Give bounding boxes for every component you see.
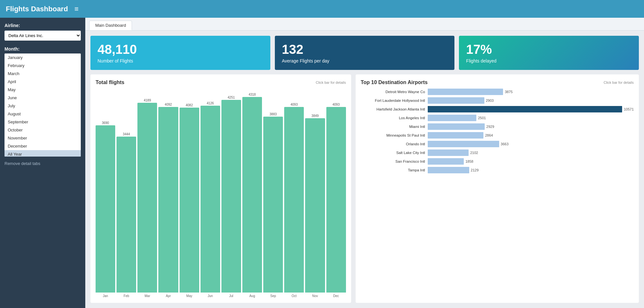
dashboard: 48,110 Number of Flights 132 Average Fli…	[85, 31, 644, 308]
bar-value: 4126	[207, 101, 214, 105]
bar-rect	[326, 107, 346, 293]
airport-label: Fort Lauderdale Hollywood Intl	[361, 99, 425, 102]
month-list[interactable]: JanuaryFebruaryMarchAprilMayJuneJulyAugu…	[5, 53, 81, 157]
airport-row[interactable]: Hartsfield Jackson Atlanta Intl 10571	[361, 106, 634, 112]
month-list-item[interactable]: November	[5, 134, 81, 142]
bar-col[interactable]: 3444	[117, 89, 136, 293]
month-list-item[interactable]: September	[5, 118, 81, 126]
airport-value: 2903	[486, 99, 494, 102]
month-list-item[interactable]: October	[5, 126, 81, 134]
month-list-item[interactable]: January	[5, 53, 81, 62]
total-flights-title: Total flights	[96, 80, 124, 85]
airport-value: 3663	[501, 142, 509, 146]
kpi-label-2: Flights delayed	[466, 58, 632, 63]
airport-row[interactable]: Salt Lake City Intl 2102	[361, 149, 634, 156]
airports-hint: Click bar for details	[603, 81, 634, 84]
airport-row[interactable]: Minneapolis St Paul Intl 2864	[361, 132, 634, 139]
bar-col[interactable]: 4093	[326, 89, 346, 293]
bar-value: 3883	[270, 112, 277, 116]
month-list-item[interactable]: March	[5, 70, 81, 78]
kpi-value-0: 48,110	[98, 42, 263, 56]
month-list-item[interactable]: February	[5, 62, 81, 70]
bar-labels: JanFebMarAprMayJunJulAugSepOctNovDec	[96, 294, 346, 298]
bar-value: 4251	[228, 96, 235, 99]
horiz-bar	[428, 115, 476, 121]
kpi-label-0: Number of Flights	[98, 58, 263, 63]
month-list-item[interactable]: All Year	[5, 150, 81, 157]
kpi-value-2: 17%	[466, 42, 632, 56]
month-list-container: JanuaryFebruaryMarchAprilMayJuneJulyAugu…	[5, 53, 81, 157]
bar-value: 3849	[312, 114, 319, 118]
horiz-chart: Detroit Metro Wayne Co 3875 Fort Lauderd…	[361, 89, 634, 298]
bar-rect	[137, 103, 157, 293]
bar-month-label: Mar	[137, 294, 157, 298]
airport-row[interactable]: Tampa Intl 2129	[361, 167, 634, 173]
horiz-bar	[428, 123, 485, 130]
bar-month-label: Dec	[326, 294, 346, 298]
bar-value: 4092	[165, 103, 172, 106]
bar-month-label: Sep	[263, 294, 283, 298]
bar-value: 3690	[102, 121, 109, 125]
airport-row[interactable]: Los Angeles Intl 2501	[361, 115, 634, 121]
airport-value: 2501	[478, 116, 486, 120]
bar-rect	[263, 117, 283, 293]
airport-row[interactable]: Orlando Intl 3663	[361, 141, 634, 147]
horiz-bar	[428, 132, 483, 139]
airport-label: Los Angeles Intl	[361, 116, 425, 120]
airport-value: 10571	[624, 107, 634, 111]
horiz-bar	[428, 106, 622, 112]
airport-value: 2929	[486, 125, 494, 129]
bar-rect	[96, 125, 115, 293]
bar-rect	[221, 100, 241, 293]
horiz-bar-wrap: 2501	[428, 115, 634, 121]
airport-row[interactable]: San Francisco Intl 1858	[361, 158, 634, 165]
month-list-item[interactable]: April	[5, 78, 81, 86]
kpi-card-2: 17% Flights delayed	[459, 36, 639, 70]
bars-area: 3690 3444 4189 4092 4082 4126 4251 4318 …	[96, 89, 346, 293]
month-list-item[interactable]: May	[5, 86, 81, 94]
airport-label: Hartsfield Jackson Atlanta Intl	[361, 107, 425, 111]
horiz-bar-wrap: 3875	[428, 89, 634, 95]
bar-col[interactable]: 4251	[221, 89, 241, 293]
bar-col[interactable]: 4082	[180, 89, 199, 293]
total-flights-panel: Total flights Click bar for details 3690…	[90, 74, 351, 303]
bar-col[interactable]: 4126	[201, 89, 220, 293]
airport-value: 2129	[471, 168, 479, 172]
airport-row[interactable]: Fort Lauderdale Hollywood Intl 2903	[361, 97, 634, 104]
airport-label: Minneapolis St Paul Intl	[361, 133, 425, 137]
remove-detail-tabs-button[interactable]: Remove detail tabs	[5, 161, 81, 166]
charts-row: Total flights Click bar for details 3690…	[90, 74, 639, 303]
airport-row[interactable]: Miami Intl 2929	[361, 123, 634, 130]
bar-col[interactable]: 4318	[242, 89, 262, 293]
bar-month-label: Apr	[158, 294, 178, 298]
bar-value: 3444	[123, 132, 130, 136]
tab-main-dashboard[interactable]: Main Dashboard	[89, 21, 132, 30]
bar-col[interactable]: 3849	[305, 89, 325, 293]
bar-value: 4318	[248, 93, 256, 96]
month-list-item[interactable]: July	[5, 102, 81, 110]
airline-select[interactable]: Delta Air Lines Inc.American AirlinesUni…	[5, 31, 81, 41]
kpi-value-1: 132	[282, 42, 448, 56]
kpi-card-0: 48,110 Number of Flights	[90, 36, 270, 70]
bar-col[interactable]: 4189	[137, 89, 157, 293]
hamburger-icon[interactable]: ≡	[74, 5, 79, 13]
bar-col[interactable]: 3690	[96, 89, 115, 293]
airports-title: Top 10 Destination Airports	[361, 80, 428, 85]
horiz-bar-wrap: 10571	[428, 106, 634, 112]
airport-value: 3875	[505, 90, 512, 94]
bar-col[interactable]: 3883	[263, 89, 283, 293]
airline-label: Airline:	[5, 23, 81, 28]
bar-rect	[305, 118, 325, 293]
airports-panel: Top 10 Destination Airports Click bar fo…	[356, 74, 639, 303]
month-list-item[interactable]: August	[5, 110, 81, 118]
month-list-item[interactable]: June	[5, 94, 81, 102]
bar-rect	[242, 97, 262, 293]
horiz-bar-wrap: 2102	[428, 149, 634, 156]
body-layout: Airline: Delta Air Lines Inc.American Ai…	[0, 18, 644, 308]
month-list-item[interactable]: December	[5, 142, 81, 150]
airport-row[interactable]: Detroit Metro Wayne Co 3875	[361, 89, 634, 95]
bar-col[interactable]: 4093	[284, 89, 304, 293]
bar-rect	[201, 106, 220, 293]
bar-col[interactable]: 4092	[158, 89, 178, 293]
bar-value: 4093	[332, 103, 340, 106]
